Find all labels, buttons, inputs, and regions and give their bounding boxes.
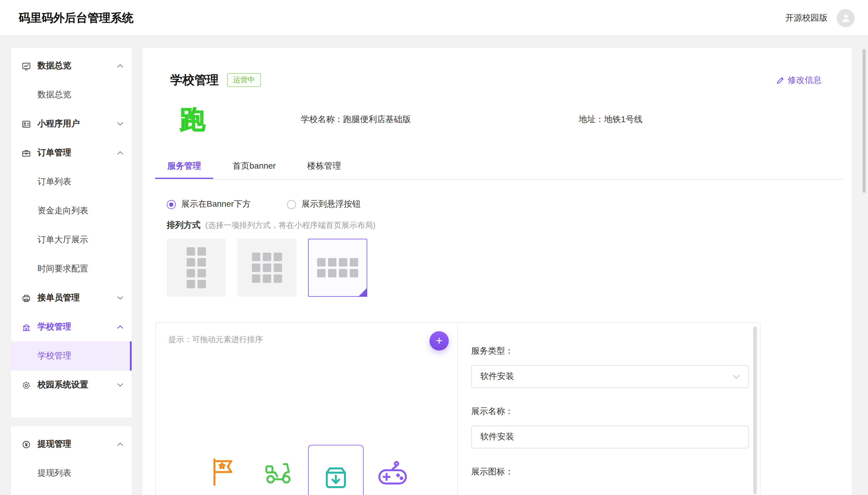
sidebar-item-data-overview[interactable]: 数据总览	[11, 51, 132, 80]
chevron-down-icon	[117, 296, 123, 300]
radio-unselected-icon[interactable]	[287, 200, 296, 209]
menu-label: 订单列表	[37, 176, 71, 187]
page-title: 学校管理	[170, 72, 219, 88]
menu-label: 学校管理	[37, 351, 71, 361]
app-window: 码里码外后台管理系统 开源校园版 数据总览 数据总览	[0, 0, 868, 495]
menu-label: 数据总览	[37, 61, 71, 71]
tab-service-management[interactable]: 服务管理	[155, 154, 213, 179]
header-right: 开源校园版	[785, 9, 855, 27]
arrange-row: 排列方式 (选择一项排列方式，将在小程序端首页展示布局)	[167, 220, 852, 231]
settings-icon	[21, 380, 31, 390]
selected-service-card[interactable]	[308, 445, 364, 495]
drag-hint-text: 提示：可拖动元素进行排序	[169, 334, 263, 345]
school-name-label: 学校名称：	[301, 114, 343, 124]
menu-label: 接单员管理	[37, 292, 80, 303]
courier-icon	[21, 293, 31, 303]
menu-label: 校园系统设置	[37, 379, 88, 390]
tab-building-management[interactable]: 楼栋管理	[295, 154, 353, 179]
sidebar-main-block: 数据总览 数据总览 小程序用户 订单管理 订单列表	[11, 48, 132, 417]
arrange-title: 排列方式	[167, 220, 200, 230]
service-form-panel: 服务类型： 软件安装 展示名称： 展示图标：	[458, 323, 760, 495]
layout-option-3col[interactable]	[237, 239, 297, 297]
withdraw-icon	[21, 439, 31, 449]
sidebar-item-data-overview-sub[interactable]: 数据总览	[11, 80, 132, 109]
menu-label: 时间要求配置	[37, 263, 88, 274]
pencil-icon	[776, 76, 785, 84]
service-editor-panel: 提示：可拖动元素进行排序 + 服务类型：	[155, 322, 761, 495]
sidebar-item-order-management[interactable]: 订单管理	[11, 138, 132, 167]
sidebar-item-withdraw-list[interactable]: 提现列表	[11, 459, 132, 488]
edit-info-label: 修改信息	[788, 75, 821, 86]
school-name-value: 跑腿便利店基础版	[343, 114, 411, 124]
chevron-down-icon	[117, 122, 123, 126]
page-title-row: 学校管理 运营中 修改信息	[170, 48, 821, 88]
sidebar: 数据总览 数据总览 小程序用户 订单管理 订单列表	[11, 48, 132, 495]
selected-corner-mark	[358, 288, 367, 297]
user-avatar[interactable]	[837, 9, 855, 27]
school-address: 地址：地铁1号线	[579, 114, 643, 125]
tab-bar: 服务管理 首页banner 楼栋管理	[155, 154, 844, 180]
service-type-select[interactable]: 软件安装	[471, 365, 749, 388]
top-header: 码里码外后台管理系统 开源校园版	[0, 0, 868, 36]
gamepad-icon[interactable]	[377, 459, 408, 490]
layout-option-cards	[167, 239, 852, 297]
flag-icon[interactable]	[209, 457, 237, 490]
menu-label: 学校管理	[37, 322, 71, 332]
sidebar-item-miniprogram-users[interactable]: 小程序用户	[11, 109, 132, 138]
tab-home-banner[interactable]: 首页banner	[220, 154, 288, 179]
school-address-label: 地址：	[579, 114, 604, 124]
chevron-up-icon	[117, 64, 123, 68]
display-icon-label: 展示图标：	[471, 466, 760, 477]
menu-label: 订单大厅展示	[37, 235, 88, 245]
chevron-up-icon	[117, 151, 123, 155]
edit-info-link[interactable]: 修改信息	[776, 75, 821, 86]
sidebar-item-withdraw-management[interactable]: 提现管理	[11, 430, 132, 459]
person-icon	[840, 13, 851, 23]
miniprogram-user-icon	[21, 119, 31, 129]
layout-option-4col-selected[interactable]	[308, 239, 367, 297]
menu-label: 资金走向列表	[37, 205, 88, 216]
scooter-icon[interactable]	[263, 457, 294, 488]
service-tab-content: 展示在Banner下方 展示到悬浮按钮 排列方式 (选择一项排列方式，将在小程序…	[167, 199, 852, 297]
sidebar-item-order-list[interactable]: 订单列表	[11, 167, 132, 197]
sidebar-item-order-hall[interactable]: 订单大厅展示	[11, 225, 132, 254]
display-mode-radios: 展示在Banner下方 展示到悬浮按钮	[167, 199, 852, 210]
page-scrollbar[interactable]	[863, 49, 866, 193]
school-icon	[21, 322, 31, 332]
radio-banner-below[interactable]: 展示在Banner下方	[167, 199, 251, 210]
sidebar-item-time-config[interactable]: 时间要求配置	[11, 254, 132, 284]
menu-label: 提现管理	[37, 439, 71, 450]
grid-preview-3col	[252, 253, 282, 283]
chevron-down-icon	[733, 374, 740, 379]
school-logo: 跑	[177, 104, 208, 135]
school-name: 学校名称：跑腿便利店基础版	[301, 114, 411, 125]
service-type-value: 软件安装	[480, 371, 514, 382]
school-info-row: 跑 学校名称：跑腿便利店基础版 地址：地铁1号线	[177, 104, 852, 135]
box-download-icon	[321, 463, 350, 494]
layout-option-2col[interactable]	[167, 239, 226, 297]
add-service-button[interactable]: +	[429, 331, 449, 351]
main-content-card: 学校管理 运营中 修改信息 跑 学校名称：跑腿便利店基础版 地址：地铁1号线 服…	[143, 48, 852, 495]
grid-preview-4col	[317, 258, 358, 277]
chevron-up-icon	[117, 442, 123, 446]
display-name-input[interactable]	[480, 432, 740, 442]
sidebar-item-school-management[interactable]: 学校管理	[11, 312, 132, 341]
dashboard-icon	[21, 61, 31, 71]
sidebar-item-fund-flow-list[interactable]: 资金走向列表	[11, 197, 132, 225]
sidebar-item-school-management-sub[interactable]: 学校管理	[11, 341, 132, 371]
status-badge: 运营中	[227, 73, 261, 87]
display-name-label: 展示名称：	[471, 406, 760, 417]
radio-selected-icon[interactable]	[167, 200, 176, 209]
arrange-hint: (选择一项排列方式，将在小程序端首页展示布局)	[206, 221, 375, 230]
display-name-input-wrap	[471, 426, 749, 448]
sidebar-item-campus-settings[interactable]: 校园系统设置	[11, 371, 132, 399]
radio-floating-button[interactable]: 展示到悬浮按钮	[287, 199, 360, 210]
menu-label: 提现列表	[37, 468, 71, 479]
menu-label: 订单管理	[37, 148, 71, 158]
chevron-down-icon	[117, 383, 123, 387]
service-type-label: 服务类型：	[471, 346, 760, 357]
sidebar-withdraw-block: 提现管理 提现列表	[11, 426, 132, 495]
menu-label: 小程序用户	[37, 118, 80, 129]
sidebar-item-courier-management[interactable]: 接单员管理	[11, 284, 132, 312]
form-panel-scrollbar[interactable]	[753, 326, 757, 494]
